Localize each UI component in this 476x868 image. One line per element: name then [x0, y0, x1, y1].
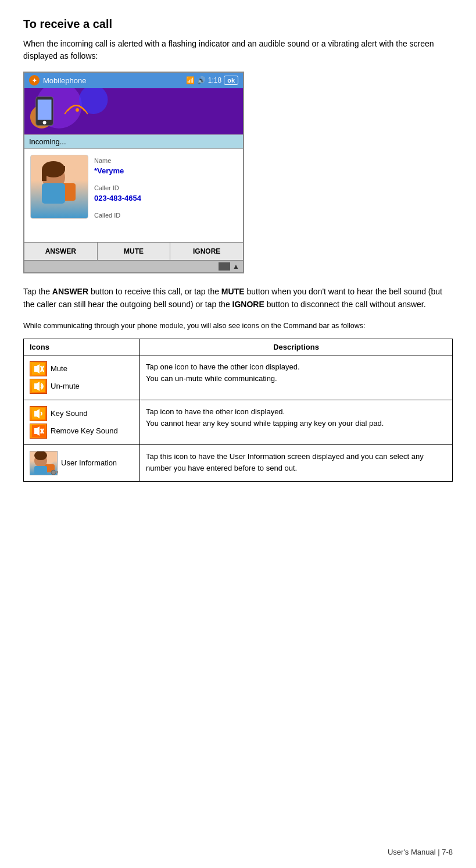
intro-paragraph: When the incoming call is alerted with a…	[23, 38, 453, 62]
userinfo-label: User Information	[61, 458, 117, 467]
windows-logo: ✦	[29, 75, 40, 86]
phone-taskbar: ▲	[24, 260, 243, 272]
table-row: Key Sound Remove Key Sound	[24, 400, 453, 444]
keysound-svg	[32, 408, 45, 419]
table-cell-icons-userinfo: User Information	[24, 444, 140, 481]
phone-titlebar-left: ✦ Mobilephone	[29, 75, 86, 86]
svg-point-6	[43, 121, 46, 124]
removekeysound-svg	[32, 425, 45, 437]
calledid-label: Called ID	[94, 212, 237, 219]
phone-banner	[24, 88, 243, 134]
svg-rect-34	[58, 471, 58, 474]
signal-icon: 📶	[186, 76, 195, 84]
ignore-bold: IGNORE	[232, 300, 264, 309]
phone-buttons: ANSWER MUTE IGNORE	[24, 242, 243, 260]
keysound-icon	[30, 406, 47, 421]
mute-label: Mute	[51, 364, 67, 373]
removekeysound-label: Remove Key Sound	[51, 426, 118, 435]
svg-rect-14	[42, 183, 65, 204]
phone-screenshot: ✦ Mobilephone 📶 🔊 1:18 ok	[23, 72, 244, 273]
table-cell-desc-mute: Tap one icon to have the other icon disp…	[140, 355, 453, 400]
taskbar-arrow-icon: ▲	[232, 262, 239, 271]
answer-bold: ANSWER	[52, 287, 88, 296]
small-paragraph: While communicating through your phone m…	[23, 321, 453, 332]
page-title: To receive a call	[23, 17, 453, 31]
table-row: Mute Un-mute	[24, 355, 453, 400]
userinfo-icon-row: User Information	[30, 451, 134, 475]
table-row: User Information Tap this icon to have t…	[24, 444, 453, 481]
mute-svg	[32, 363, 45, 375]
svg-point-32	[51, 470, 56, 475]
table-col1-header: Icons	[24, 339, 140, 355]
body-paragraph: Tap the ANSWER button to receive this ca…	[23, 285, 453, 311]
userinfo-svg	[30, 451, 58, 476]
phone-incoming-bar: Incoming...	[24, 134, 243, 149]
icons-table: Icons Descriptions	[23, 339, 453, 482]
phone-content: Name *Veryme Caller ID 023-483-4654 Call…	[24, 149, 243, 242]
removekeysound-icon	[30, 424, 47, 439]
table-cell-desc-keysound: Tap icon to have the other icon displaye…	[140, 400, 453, 444]
mute-bold: MUTE	[221, 287, 245, 296]
callerid-value: 023-483-4654	[94, 194, 237, 202]
svg-rect-31	[34, 466, 47, 474]
svg-point-7	[76, 108, 79, 112]
table-cell-icons-mute: Mute Un-mute	[24, 355, 140, 400]
phone-screenshot-container: ✦ Mobilephone 📶 🔊 1:18 ok	[23, 72, 453, 273]
svg-rect-13	[53, 166, 65, 170]
unmute-icon	[30, 379, 47, 394]
mute-icon-cell: Mute Un-mute	[30, 361, 134, 394]
phone-time: 1:18	[208, 76, 221, 84]
phone-app-name: Mobilephone	[43, 76, 86, 85]
mute-button[interactable]: MUTE	[98, 243, 171, 260]
phone-avatar	[30, 155, 88, 219]
phone-info: Name *Veryme Caller ID 023-483-4654 Call…	[94, 155, 237, 236]
svg-rect-12	[42, 169, 46, 181]
svg-rect-5	[38, 99, 52, 120]
ok-button[interactable]: ok	[224, 76, 238, 85]
mute-icon	[30, 361, 47, 376]
unmute-label: Un-mute	[51, 382, 80, 390]
table-col2-header: Descriptions	[140, 339, 453, 355]
avatar-svg	[33, 158, 85, 216]
answer-button[interactable]: ANSWER	[24, 243, 98, 260]
mute-description: Tap one icon to have the other icon disp…	[146, 361, 446, 386]
unmute-icon-row: Un-mute	[30, 379, 134, 394]
userinfo-description: Tap this icon to have the User Informati…	[146, 451, 446, 475]
userinfo-icon-cell: User Information	[30, 451, 134, 475]
callerid-label: Caller ID	[94, 184, 237, 191]
ignore-button[interactable]: IGNORE	[170, 243, 243, 260]
name-value: *Veryme	[94, 166, 237, 175]
mute-icon-row: Mute	[30, 361, 134, 376]
speaker-icon: 🔊	[197, 76, 206, 84]
keysound-icon-cell: Key Sound Remove Key Sound	[30, 406, 134, 439]
keysound-label: Key Sound	[51, 409, 88, 418]
table-cell-desc-userinfo: Tap this icon to have the User Informati…	[140, 444, 453, 481]
banner-graphic	[24, 88, 243, 134]
page-footer: User's Manual | 7-8	[388, 848, 453, 856]
phone-titlebar: ✦ Mobilephone 📶 🔊 1:18 ok	[24, 73, 243, 88]
name-label: Name	[94, 157, 237, 164]
taskbar-keyboard-icon	[219, 262, 230, 271]
keysound-description: Tap icon to have the other icon displaye…	[146, 406, 446, 431]
removekeysound-icon-row: Remove Key Sound	[30, 424, 134, 439]
userinfo-icon	[30, 451, 58, 475]
phone-titlebar-right: 📶 🔊 1:18 ok	[186, 76, 238, 85]
unmute-svg	[32, 380, 45, 392]
table-cell-icons-keysound: Key Sound Remove Key Sound	[24, 400, 140, 444]
keysound-icon-row: Key Sound	[30, 406, 134, 421]
